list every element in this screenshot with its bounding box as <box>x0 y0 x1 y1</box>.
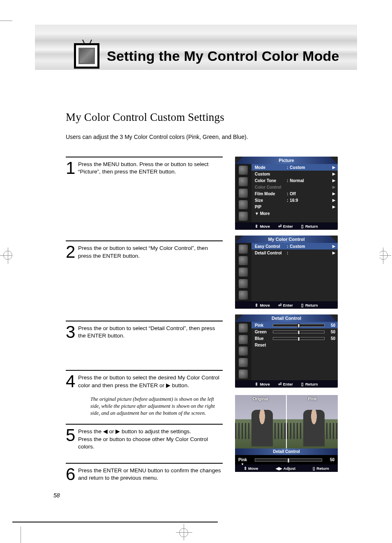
step-number: 5 <box>66 427 78 451</box>
step-4: 4 Press the or button to select the desi… <box>66 370 223 389</box>
return-icon: ▯ <box>301 303 304 307</box>
step-note: The original picture (before adjustment)… <box>66 396 223 417</box>
osd-rows: Pink50 Green50 Blue50 Reset <box>251 322 338 380</box>
osd-row-custom[interactable]: Custom▶ <box>251 171 338 177</box>
content: My Color Control Custom Settings Users c… <box>66 111 351 487</box>
step-5: 5 Press the ◀ or ▶ button to adjust the … <box>66 424 223 451</box>
enter-icon: ⏎ <box>278 382 281 386</box>
osd-row-colorcontrol: Color Control▶ <box>251 184 338 190</box>
preview-adjust-row: Pink▼ 50 <box>235 455 338 464</box>
chevron-right-icon: ▶ <box>332 172 335 176</box>
menu-category-icon <box>239 189 248 198</box>
title-block: Setting the My Control Color Mode <box>74 43 339 69</box>
chevron-right-icon: ▶ <box>332 185 335 189</box>
updown-icon: ⇕ <box>244 466 247 471</box>
osd-icon-column <box>235 243 251 301</box>
osd-title: Detail Control <box>235 314 338 322</box>
section-subtitle: My Color Control Custom Settings <box>66 111 351 124</box>
menu-category-icon <box>239 200 248 209</box>
updown-icon: ⇕ <box>255 224 258 229</box>
step-number: 2 <box>66 244 78 259</box>
slider-track[interactable] <box>273 330 325 333</box>
menu-category-icon <box>239 212 248 221</box>
osd-slider-pink[interactable]: Pink50 <box>251 322 338 328</box>
preview-adj-value: 50 <box>322 458 334 462</box>
screenshots-column: Picture Mode:Custom▶ Custom▶ Colo <box>235 157 338 487</box>
slider-knob[interactable] <box>287 458 290 463</box>
return-icon: ▯ <box>313 466 315 471</box>
leftright-icon: ◀▶ <box>276 466 282 471</box>
page: Setting the My Control Color Mode My Col… <box>12 0 380 543</box>
preview-footer: ⇕Move ◀▶Adjust ▯Return <box>235 464 338 472</box>
osd-row-filmmode[interactable]: Film Mode:Off▶ <box>251 190 338 197</box>
step-number: 6 <box>66 466 78 482</box>
chevron-right-icon: ▶ <box>332 244 335 248</box>
updown-icon: ⇕ <box>255 303 258 307</box>
page-title: Setting the My Control Color Mode <box>107 48 339 64</box>
step-3: 3 Press the or button to select “Detail … <box>66 321 223 340</box>
chevron-right-icon: ▶ <box>332 178 335 183</box>
step-text: Press the ENTER or MENU button to confir… <box>78 466 223 482</box>
step-text: Press the or button to select the desire… <box>78 373 223 389</box>
slider-knob[interactable] <box>297 323 300 328</box>
osd-slider-blue[interactable]: Blue50 <box>251 335 338 342</box>
preview-original-image: Original <box>235 395 286 448</box>
chevron-right-icon: ▶ <box>332 205 335 209</box>
chevron-right-icon: ▶ <box>332 198 335 202</box>
osd-footer: ⇕Move ⏎Enter ▯Return <box>235 301 338 309</box>
preview-label-pink: Pink <box>287 397 338 401</box>
return-icon: ▯ <box>301 224 304 229</box>
osd-row-more[interactable]: ▼ More <box>251 210 338 217</box>
preview-adj-label: Pink <box>238 458 247 462</box>
menu-category-icon <box>239 347 248 356</box>
osd-row-size[interactable]: Size:16:9▶ <box>251 197 338 203</box>
crop-mark <box>21 527 21 543</box>
step-1: 1 Press the MENU button. Press the or bu… <box>66 157 223 176</box>
menu-category-icon <box>239 370 248 379</box>
menu-category-icon <box>239 291 248 300</box>
step-text: Press the or button to select “Detail Co… <box>78 324 223 340</box>
osd-row-mode[interactable]: Mode:Custom▶ <box>251 164 338 171</box>
osd-detailcontrol-menu: Detail Control Pink50 Green50 Blu <box>235 314 338 388</box>
chevron-down-icon: ▼ <box>241 462 244 466</box>
preview-label-original: Original <box>235 397 286 401</box>
intro-text: Users can adjust the 3 My Color Control … <box>66 134 351 140</box>
registration-mark <box>176 532 192 533</box>
slider-track[interactable] <box>255 458 322 462</box>
osd-slider-green[interactable]: Green50 <box>251 328 338 335</box>
menu-category-icon <box>239 177 248 186</box>
step-text: Press the or button to select “My Color … <box>78 244 223 259</box>
return-icon: ▯ <box>301 382 304 386</box>
slider-track[interactable] <box>273 324 325 327</box>
osd-row-detailcontrol[interactable]: Detail Control:▶ <box>251 250 338 256</box>
menu-category-icon <box>239 358 248 367</box>
osd-row-easycontrol[interactable]: Easy Control:Custom▶ <box>251 243 338 250</box>
step-number: 3 <box>66 324 78 340</box>
registration-mark <box>184 524 184 541</box>
osd-row-pip[interactable]: PIP▶ <box>251 203 338 210</box>
enter-icon: ⏎ <box>278 303 281 307</box>
step-text: Press the ◀ or ▶ button to adjust the se… <box>78 427 223 451</box>
menu-category-icon <box>239 335 248 344</box>
slider-knob[interactable] <box>297 330 300 335</box>
slider-track[interactable] <box>273 337 325 340</box>
chevron-right-icon: ▶ <box>332 251 335 255</box>
osd-title: My Color Control <box>235 236 338 243</box>
bottom-trim-line <box>12 522 218 522</box>
osd-footer: ⇕Move ⏎Enter ▯Return <box>235 222 338 230</box>
menu-category-icon <box>239 323 248 333</box>
menu-category-icon <box>239 166 248 175</box>
page-number: 58 <box>53 492 60 499</box>
osd-preview-adjustment: Original Pink Detail Control Pink▼ 50 <box>235 395 338 472</box>
slider-knob[interactable] <box>297 337 300 341</box>
osd-row-colortone[interactable]: Color Tone:Normal▶ <box>251 177 338 184</box>
osd-title: Picture <box>235 157 338 164</box>
step-2: 2 Press the or button to select “My Colo… <box>66 240 223 259</box>
osd-icon-column <box>235 164 251 222</box>
menu-category-icon <box>239 245 248 254</box>
updown-icon: ⇕ <box>255 382 258 386</box>
registration-mark <box>383 247 383 264</box>
osd-row-reset[interactable]: Reset <box>251 342 338 348</box>
enter-icon: ⏎ <box>278 224 281 229</box>
chevron-right-icon: ▶ <box>332 165 335 169</box>
